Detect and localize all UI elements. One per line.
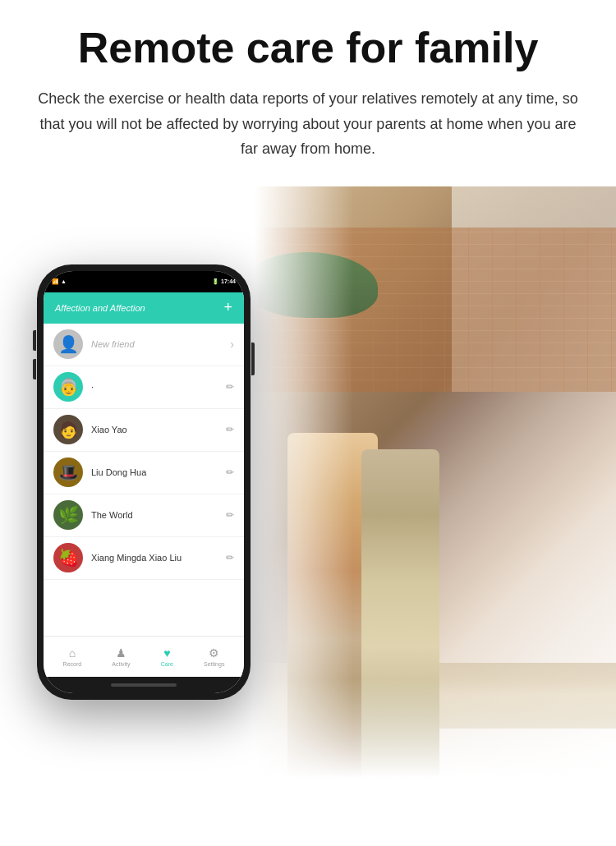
contact-list: 👤 New friend › 👵 · ✏: [44, 324, 244, 636]
edit-icon-the-world: ✏: [226, 509, 234, 521]
page-title: Remote care for family: [33, 25, 583, 71]
status-right: 🔋 17:44: [212, 278, 236, 285]
settings-icon: ⚙: [209, 646, 219, 660]
avatar-new-friend: 👤: [53, 329, 83, 359]
edit-icon-xiao-yao: ✏: [226, 424, 234, 435]
avatar-the-world: 🌿: [53, 500, 83, 530]
subtitle-text: Check the exercise or health data report…: [33, 86, 583, 162]
status-bar: 📶 ▲ 🔋 17:44: [44, 271, 244, 292]
phone-screen: 📶 ▲ 🔋 17:44 Affection and Affection + 👤: [44, 271, 244, 693]
phone-button-power: [251, 343, 255, 375]
nav-label-care: Care: [161, 661, 173, 667]
phone-button-volume-up: [33, 330, 36, 351]
contact-name-new-friend: New friend: [91, 339, 230, 349]
app-header: Affection and Affection +: [44, 292, 244, 324]
app-title: Affection and Affection: [55, 303, 145, 313]
background-photo: [255, 186, 616, 778]
record-icon: ⌂: [69, 646, 76, 660]
nav-item-activity[interactable]: ♟ Activity: [112, 646, 130, 667]
contact-name-xiao-yao: Xiao Yao: [91, 425, 226, 434]
edit-icon-1: ✏: [226, 381, 234, 393]
contact-item-1[interactable]: 👵 · ✏: [44, 366, 244, 409]
avatar-xiao-yao: 🧑: [53, 415, 83, 444]
nav-label-settings: Settings: [204, 661, 224, 667]
photo-inner: [255, 186, 616, 778]
phone-outer: 📶 ▲ 🔋 17:44 Affection and Affection + 👤: [37, 264, 251, 700]
add-contact-button[interactable]: +: [223, 299, 232, 316]
nav-item-record[interactable]: ⌂ Record: [63, 646, 82, 667]
contact-name-the-world: The World: [91, 510, 226, 520]
contact-name-1: ·: [91, 382, 226, 392]
chevron-right-icon: ›: [230, 338, 234, 351]
avatar-liu-dong-hua: 🎩: [53, 457, 83, 487]
contact-item-xiang-mingda[interactable]: 🍓 Xiang Mingda Xiao Liu ✏: [44, 537, 244, 580]
phone-wrapper: 📶 ▲ 🔋 17:44 Affection and Affection + 👤: [0, 186, 287, 778]
nav-label-record: Record: [63, 661, 82, 667]
contact-item-new-friend[interactable]: 👤 New friend ›: [44, 324, 244, 366]
avatar-xiang-mingda: 🍓: [53, 543, 83, 572]
contact-item-xiao-yao[interactable]: 🧑 Xiao Yao ✏: [44, 409, 244, 452]
activity-icon: ♟: [116, 646, 126, 660]
bottom-nav: ⌂ Record ♟ Activity ♥ Care ⚙ Settings: [44, 636, 244, 677]
phone-button-volume-down: [33, 359, 36, 379]
nav-item-settings[interactable]: ⚙ Settings: [204, 646, 224, 667]
avatar-1: 👵: [53, 372, 83, 402]
contact-item-liu-dong-hua[interactable]: 🎩 Liu Dong Hua ✏: [44, 452, 244, 494]
header-section: Remote care for family Check the exercis…: [0, 0, 616, 178]
nav-label-activity: Activity: [112, 661, 130, 667]
bottom-fade: [255, 679, 616, 778]
contact-item-the-world[interactable]: 🌿 The World ✏: [44, 494, 244, 537]
status-left: 📶 ▲: [52, 278, 67, 285]
contact-name-liu-dong-hua: Liu Dong Hua: [91, 467, 226, 477]
home-bar: [111, 683, 177, 687]
edit-icon-liu-dong-hua: ✏: [226, 467, 234, 478]
edit-icon-xiang-mingda: ✏: [226, 552, 234, 563]
home-bar-area: [44, 677, 244, 693]
content-section: 📶 ▲ 🔋 17:44 Affection and Affection + 👤: [0, 186, 616, 778]
nav-item-care[interactable]: ♥ Care: [161, 646, 173, 667]
notch: [111, 271, 177, 286]
care-icon: ♥: [163, 646, 170, 660]
contact-name-xiang-mingda: Xiang Mingda Xiao Liu: [91, 553, 226, 563]
